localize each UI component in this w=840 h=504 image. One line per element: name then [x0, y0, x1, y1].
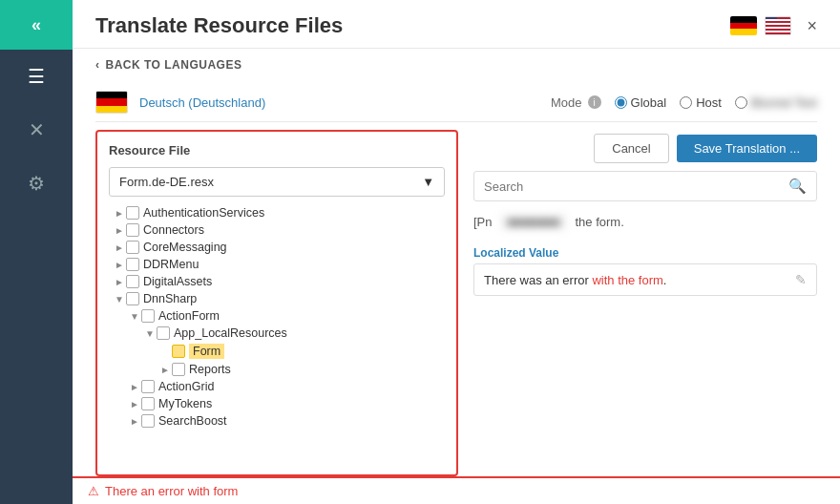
radio-blurred-input[interactable]	[735, 96, 747, 109]
tree-label: Reports	[189, 363, 231, 376]
sidebar-logo[interactable]: «	[0, 0, 73, 50]
tree-toggle-icon: ►	[113, 242, 126, 253]
language-name: Deutsch (Deutschland)	[139, 95, 265, 110]
search-icon: 🔍	[788, 178, 807, 195]
tools-icon: ✕	[29, 118, 45, 141]
tree-checkbox[interactable]	[126, 258, 139, 271]
localized-value-box: There was an error with the form. ✎	[473, 263, 817, 296]
tree-checkbox[interactable]	[172, 363, 185, 376]
tree-checkbox[interactable]	[126, 241, 139, 254]
mode-radio-group: Global Host Blurred Text	[615, 95, 817, 110]
tree-toggle-icon: ▼	[113, 294, 126, 304]
action-row: Cancel Save Translation ...	[473, 130, 817, 163]
radio-host-label: Host	[696, 95, 722, 110]
error-icon: ⚠	[88, 484, 99, 498]
two-column-layout: Resource File Form.de-DE.resx ▼ ► Authen…	[95, 130, 817, 476]
tree-item-mytokens[interactable]: ► MyTokens	[109, 395, 445, 412]
tree-item-dnnsharp[interactable]: ▼ DnnSharp	[109, 290, 445, 307]
dropdown-chevron-icon: ▼	[422, 175, 434, 189]
localized-value-suffix: .	[663, 273, 667, 287]
tree-toggle-icon: ▼	[143, 328, 157, 339]
sidebar-item-settings[interactable]: ⚙	[0, 157, 73, 210]
tree-checkbox[interactable]	[126, 292, 139, 305]
back-to-languages[interactable]: ‹ BACK TO LANGUAGES	[73, 49, 840, 81]
radio-global-input[interactable]	[615, 96, 627, 109]
tree-toggle-icon: ▼	[128, 311, 141, 322]
localized-value-prefix: There was an error	[484, 273, 592, 287]
page-title: Translate Resource Files	[95, 13, 343, 38]
radio-global[interactable]: Global	[615, 95, 667, 110]
tree-item-ddrmenu[interactable]: ► DDRMenu	[109, 256, 445, 273]
localized-label: Localized Value	[473, 246, 817, 260]
tree-toggle-icon: ►	[128, 382, 141, 392]
error-footer: ⚠ There an error with form	[73, 476, 840, 504]
resource-file-dropdown[interactable]: Form.de-DE.resx ▼	[109, 167, 445, 197]
dropdown-value: Form.de-DE.resx	[119, 175, 214, 189]
localized-section: Localized Value There was an error with …	[473, 246, 817, 296]
mode-section: Mode i Global Host Blurred Text	[551, 95, 817, 110]
localized-value-text: There was an error with the form.	[484, 273, 666, 287]
radio-host[interactable]: Host	[680, 95, 722, 110]
settings-icon: ⚙	[28, 172, 45, 195]
localized-value-highlight: with the form	[592, 273, 662, 287]
mode-label-text: Mode	[551, 95, 582, 110]
tree-item-connectors[interactable]: ► Connectors	[109, 221, 445, 239]
tree-checkbox[interactable]	[126, 206, 139, 220]
error-message: There an error with form	[105, 484, 238, 498]
tree-checkbox[interactable]	[141, 397, 155, 410]
cancel-button[interactable]: Cancel	[594, 134, 668, 163]
tree-item-digitalassets[interactable]: ► DigitalAssets	[109, 273, 445, 290]
sidebar-item-tools[interactable]: ✕	[0, 103, 73, 157]
tree-checkbox[interactable]	[126, 223, 139, 237]
mode-info-icon[interactable]: i	[588, 95, 601, 109]
search-bar[interactable]: 🔍	[473, 171, 817, 201]
tree-item-applocalresources[interactable]: ▼ App_LocalResources	[109, 325, 445, 342]
radio-global-label: Global	[631, 95, 667, 110]
tree-item-coremessaging[interactable]: ► CoreMessaging	[109, 239, 445, 256]
flag-stripe-red	[730, 23, 757, 30]
tree-item-searchboost[interactable]: ► SearchBoost	[109, 412, 445, 430]
tree-item-authservices[interactable]: ► AuthenticationServices	[109, 204, 445, 221]
tree-label-form: Form	[189, 344, 224, 359]
close-button[interactable]: ×	[807, 16, 817, 36]
key-suffix: the form.	[575, 215, 623, 229]
tree-label: CoreMessaging	[143, 241, 227, 254]
radio-blurred[interactable]: Blurred Text	[735, 95, 817, 110]
right-panel: Cancel Save Translation ... 🔍 [Pn ■■■■■■…	[473, 130, 817, 476]
tree-item-actionform[interactable]: ▼ ActionForm	[109, 307, 445, 325]
tree-item-reports[interactable]: ► Reports	[109, 361, 445, 378]
sidebar-item-list[interactable]: ☰	[0, 50, 73, 103]
tree-label: DnnSharp	[143, 292, 197, 305]
tree-checkbox[interactable]	[126, 275, 139, 288]
search-input[interactable]	[484, 179, 783, 194]
main-content: Translate Resource Files ×	[73, 0, 840, 504]
page-header: Translate Resource Files ×	[73, 0, 840, 49]
tree-toggle-icon: ►	[113, 260, 126, 270]
language-row: Deutsch (Deutschland) Mode i Global Host	[95, 81, 817, 122]
radio-host-input[interactable]	[680, 96, 692, 109]
back-arrow-icon: ‹	[95, 58, 100, 72]
left-panel: Resource File Form.de-DE.resx ▼ ► Authen…	[95, 130, 458, 476]
tree-checkbox[interactable]	[141, 309, 155, 323]
radio-blurred-label: Blurred Text	[751, 95, 817, 110]
key-row: [Pn ■■■■■■■ the form.	[473, 209, 817, 235]
tree-label: Connectors	[143, 223, 204, 237]
tree-item-actiongrid[interactable]: ► ActionGrid	[109, 378, 445, 395]
key-blurred: ■■■■■■■	[500, 213, 568, 231]
resource-file-box: Resource File Form.de-DE.resx ▼ ► Authen…	[95, 130, 458, 476]
tree-label: DDRMenu	[143, 258, 199, 271]
tree-label: SearchBoost	[158, 414, 227, 428]
tree-checkbox[interactable]	[141, 414, 155, 428]
tree-checkbox[interactable]	[157, 326, 170, 340]
tree-label: AuthenticationServices	[143, 206, 264, 220]
tree-checkbox[interactable]	[141, 380, 155, 393]
sidebar: « ☰ ✕ ⚙	[0, 0, 73, 504]
edit-icon[interactable]: ✎	[795, 272, 807, 287]
flag-stripe-black	[730, 16, 757, 23]
resource-file-label: Resource File	[109, 143, 445, 158]
tree-checkbox[interactable]	[172, 345, 185, 358]
save-translation-button[interactable]: Save Translation ...	[677, 135, 817, 162]
tree-toggle-icon: ►	[113, 225, 126, 236]
tree-label: App_LocalResources	[174, 326, 287, 340]
tree-item-form[interactable]: Form	[109, 342, 445, 361]
